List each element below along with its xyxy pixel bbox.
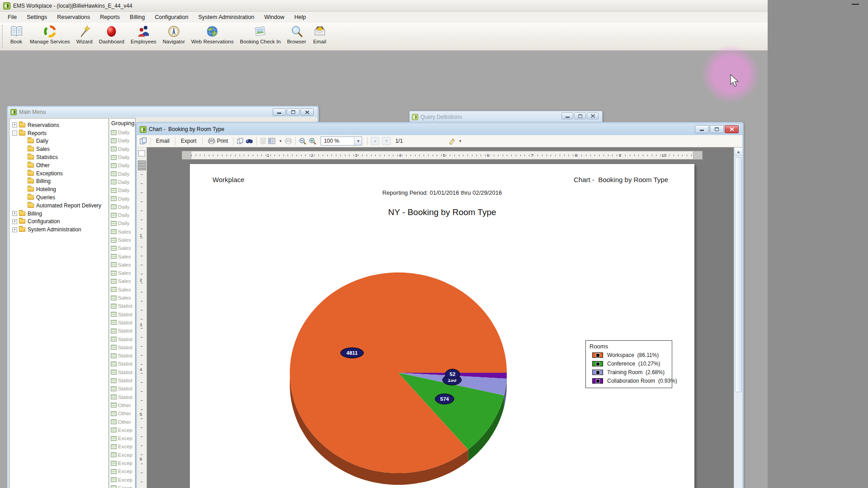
tree-item-automated-report-delivery[interactable]: Automated Report Delivery — [9, 202, 108, 210]
grouping-row[interactable]: Sales — [110, 252, 135, 260]
grouping-row[interactable]: Daily — [110, 153, 135, 161]
grouping-row[interactable]: Daily — [110, 136, 135, 145]
grouping-row[interactable]: Statist — [110, 352, 135, 360]
grouping-row[interactable]: Other — [110, 418, 135, 426]
menu-billing[interactable]: Billing — [125, 13, 150, 22]
grouping-row[interactable]: Excep — [110, 442, 135, 450]
toolbar-web-reservations[interactable]: Web Reservations — [188, 23, 237, 45]
restore-button[interactable] — [710, 125, 724, 133]
grouping-row[interactable]: Sales — [110, 286, 135, 294]
export-button[interactable]: Export — [179, 137, 199, 145]
tree-item-reports[interactable]: -Reports — [9, 129, 108, 137]
grouping-row[interactable]: Statist — [110, 319, 135, 327]
tree-item-daily[interactable]: Daily — [9, 137, 108, 145]
menu-configuration[interactable]: Configuration — [150, 13, 193, 22]
grouping-row[interactable]: Daily — [110, 219, 135, 227]
grouping-row[interactable]: Sales — [110, 228, 135, 236]
tree-item-hoteling[interactable]: Hoteling — [9, 185, 108, 193]
chevron-down-icon[interactable]: ▾ — [278, 138, 283, 144]
tree-expander-icon[interactable]: + — [12, 227, 17, 232]
query-window-titlebar[interactable]: Query Definitions — [410, 111, 602, 122]
grouping-row[interactable]: Sales — [110, 261, 135, 269]
grouping-row[interactable]: Daily — [110, 145, 135, 153]
toolbar-navigator[interactable]: Navigator — [160, 23, 188, 45]
find-icon[interactable] — [245, 138, 253, 144]
previous-page-button[interactable] — [371, 137, 379, 145]
menu-system-administration[interactable]: System Administration — [193, 13, 259, 22]
chart-window-titlebar[interactable]: Chart - Booking by Room Type — [137, 123, 742, 135]
toolbar-employees[interactable]: Employees — [127, 23, 160, 45]
grouping-row[interactable]: Statist — [110, 393, 135, 401]
grouping-row[interactable]: Statist — [110, 343, 135, 352]
toolbar-booking-check-in[interactable]: Booking Check In — [237, 23, 284, 45]
tree-item-exceptions[interactable]: Exceptions — [9, 169, 108, 178]
tree-expander-icon[interactable]: + — [12, 122, 17, 127]
grouping-row[interactable]: Daily — [110, 186, 135, 194]
grouping-row[interactable]: Statist — [110, 335, 135, 343]
grouping-row[interactable]: Sales — [110, 236, 135, 244]
email-button[interactable]: Email — [154, 137, 172, 145]
menu-window[interactable]: Window — [259, 13, 289, 22]
grouping-row[interactable]: Statist — [110, 310, 135, 319]
close-button[interactable] — [725, 125, 739, 133]
grouping-row[interactable]: Statist — [110, 385, 135, 393]
maximize-button[interactable] — [574, 113, 586, 119]
toolbar-manage-services[interactable]: Manage Services — [27, 23, 73, 45]
menu-reports[interactable]: Reports — [95, 13, 125, 22]
grouping-row[interactable]: Daily — [110, 211, 135, 219]
grouping-row[interactable]: Excep — [110, 459, 135, 467]
eraser-icon[interactable] — [448, 138, 456, 145]
grid-export-icon[interactable] — [268, 138, 276, 144]
zoom-out-icon[interactable] — [299, 137, 307, 145]
minimize-button[interactable] — [561, 113, 573, 119]
grouping-row[interactable]: Daily — [110, 194, 135, 202]
tree-item-queries[interactable]: Queries — [9, 193, 108, 202]
grouping-row[interactable]: Excep — [110, 426, 135, 434]
tree-expander-icon[interactable]: - — [12, 131, 17, 136]
tree-item-configuration[interactable]: +Configuration — [9, 218, 108, 226]
tree-item-billing[interactable]: +Billing — [9, 210, 108, 218]
grouping-row[interactable]: Statist — [110, 327, 135, 335]
grouping-row[interactable]: Daily — [110, 178, 135, 186]
menu-file[interactable]: File — [3, 13, 22, 22]
close-button[interactable] — [587, 113, 599, 119]
toolbar-drag-handle[interactable] — [2, 25, 4, 48]
grouping-row[interactable]: Statist — [110, 376, 135, 385]
toolbar-wizard[interactable]: Wizard — [73, 23, 96, 45]
minimize-button[interactable] — [695, 125, 709, 133]
app-titlebar[interactable]: EMS Workplace - (local)|BillieHawkins_E_… — [0, 0, 768, 12]
tree-item-statistics[interactable]: Statistics — [9, 153, 108, 161]
margin-box[interactable] — [138, 150, 145, 156]
menu-settings[interactable]: Settings — [22, 13, 52, 22]
grouping-row[interactable]: Daily — [110, 128, 135, 136]
main-menu-titlebar[interactable]: Main Menu — [8, 107, 317, 117]
grouping-row[interactable]: Daily — [110, 169, 135, 178]
tree-item-system-administration[interactable]: +System Administration — [9, 225, 108, 234]
grouping-row[interactable]: Statist — [110, 368, 135, 376]
grouping-row[interactable]: Sales — [110, 269, 135, 277]
scroll-up-icon[interactable]: ▲ — [734, 147, 742, 156]
tree-item-other[interactable]: Other — [9, 161, 108, 169]
close-button[interactable] — [301, 108, 314, 116]
grouping-row[interactable]: Excep — [110, 467, 135, 475]
print-button[interactable]: Print — [206, 137, 231, 145]
grouping-row[interactable]: Daily — [110, 203, 135, 211]
grouping-row[interactable]: Excep — [110, 434, 135, 442]
toolbar-email[interactable]: Email — [309, 23, 330, 45]
zoom-select[interactable]: 100 % ▾ — [321, 136, 362, 145]
copy-icon[interactable] — [237, 138, 244, 145]
menu-help[interactable]: Help — [289, 13, 311, 22]
vertical-scrollbar[interactable]: ▲ ▼ — [734, 147, 742, 488]
toolbar-browser[interactable]: Browser — [284, 23, 309, 45]
grouping-row[interactable]: Statist — [110, 302, 135, 310]
chart-window[interactable]: Chart - Booking by Room Type Email Expor… — [136, 122, 744, 488]
grouping-row[interactable]: Sales — [110, 294, 135, 302]
grouping-row[interactable]: Excep — [110, 475, 135, 483]
tree-expander-icon[interactable]: + — [12, 219, 17, 224]
vertical-scroll-thumb[interactable] — [735, 157, 742, 392]
zoom-in-icon[interactable] — [309, 137, 317, 145]
toolbar-book[interactable]: Book — [6, 23, 27, 45]
print-setup-icon[interactable] — [285, 138, 292, 144]
maximize-button[interactable] — [287, 108, 300, 116]
tree-item-billing[interactable]: Billing — [9, 178, 108, 186]
